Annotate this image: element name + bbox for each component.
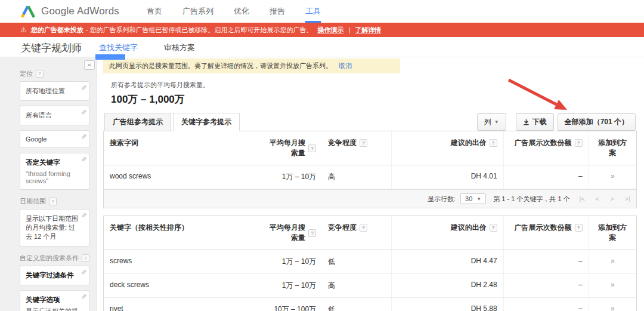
help-icon[interactable]: ? bbox=[36, 70, 44, 78]
col-competition[interactable]: 竞争程度 bbox=[328, 138, 357, 148]
add-to-plan-button[interactable]: » bbox=[589, 298, 636, 311]
edit-icon[interactable]: ✎ bbox=[81, 133, 86, 141]
menu-tools[interactable]: 工具 bbox=[305, 0, 321, 23]
help-icon[interactable]: ? bbox=[82, 254, 89, 262]
table-row: rivet 10万 – 100万 低 DH 5.88 – » bbox=[104, 298, 636, 311]
daterange-card[interactable]: 显示以下日期范围的月均搜索量: 过去 12 个月 ✎ bbox=[20, 209, 89, 247]
location-card[interactable]: 所有地理位置 ✎ bbox=[20, 81, 89, 101]
col-impr-share[interactable]: 广告展示次数份额 bbox=[515, 223, 572, 233]
help-icon[interactable]: ? bbox=[490, 139, 497, 147]
help-icon[interactable]: ? bbox=[308, 144, 316, 152]
negative-keywords-card[interactable]: 否定关键字 "thread forming screws" ✎ bbox=[20, 153, 89, 190]
edit-icon[interactable]: ✎ bbox=[81, 109, 86, 116]
col-impr-share[interactable]: 广告展示次数份额 bbox=[515, 138, 572, 148]
edit-icon[interactable]: ✎ bbox=[81, 269, 86, 276]
search-volume-notice: 此网页显示的是搜索量范围。要了解更详细的情况，请设置并投放广告系列。 取消 bbox=[103, 58, 400, 73]
help-icon[interactable]: ? bbox=[575, 224, 583, 232]
competition-cell: 低 bbox=[322, 298, 391, 311]
negative-keywords-title: 否定关键字 bbox=[26, 158, 79, 167]
help-icon[interactable]: ? bbox=[490, 224, 497, 232]
col-competition[interactable]: 竞争程度 bbox=[328, 223, 357, 233]
download-icon bbox=[523, 119, 530, 125]
menu-optimize[interactable]: 优化 bbox=[234, 0, 249, 23]
share-cell: – bbox=[503, 250, 589, 273]
summary-range-value: 100万 – 1,000万 bbox=[111, 93, 637, 106]
searches-cell: 1万 – 10万 bbox=[264, 165, 322, 189]
bid-cell: DH 4.01 bbox=[391, 165, 503, 189]
help-icon[interactable]: ? bbox=[49, 198, 57, 205]
tab-review-plan[interactable]: 审核方案 bbox=[164, 42, 195, 53]
adwords-logo-icon bbox=[20, 4, 36, 19]
alert-bar: ⚠ 您的广告都未投放 - 您的广告系列和广告组已暂停或已被移除。启用之后即可开始… bbox=[0, 23, 644, 37]
share-cell: – bbox=[503, 298, 589, 311]
add-all-button[interactable]: 全部添加（701 个） bbox=[558, 113, 636, 131]
notice-dismiss-link[interactable]: 取消 bbox=[339, 62, 352, 69]
results-tabs: 广告组参考提示 关键字参考提示 bbox=[104, 113, 242, 131]
table-header: 搜索字词 平均每月搜索量? 竞争程度? 建议的出价? 广告展示次数份额? 添加到… bbox=[104, 131, 636, 165]
chevron-down-icon: ▼ bbox=[494, 119, 499, 125]
tab-keyword-ideas[interactable]: 关键字参考提示 bbox=[173, 113, 240, 131]
edit-icon[interactable]: ✎ bbox=[81, 156, 86, 164]
table-row: screws 1万 – 10万 低 DH 4.47 – » bbox=[104, 250, 636, 274]
bid-cell: DH 2.48 bbox=[391, 274, 503, 297]
targeting-heading: 定位 ? bbox=[20, 69, 97, 78]
language-value: 所有语言 bbox=[26, 112, 52, 119]
keyword-ideas-table: 关键字（按相关性排序） 平均每月搜索量? 竞争程度? 建议的出价? 广告展示次数… bbox=[103, 215, 637, 311]
tab-find-keywords[interactable]: 查找关键字 bbox=[99, 42, 138, 53]
bid-cell: DH 4.47 bbox=[391, 250, 503, 273]
rows-per-page-value: 30 bbox=[465, 195, 472, 202]
menu-reports[interactable]: 报告 bbox=[270, 0, 285, 23]
col-search-term[interactable]: 搜索字词 bbox=[104, 131, 264, 165]
menu-home[interactable]: 首页 bbox=[147, 0, 162, 23]
menu-campaigns[interactable]: 广告系列 bbox=[182, 0, 213, 23]
next-page-button[interactable]: > bbox=[610, 195, 614, 202]
columns-button[interactable]: 列 ▼ bbox=[477, 113, 506, 131]
targeting-heading-label: 定位 bbox=[20, 69, 33, 78]
pagination-range-text: 第 1 - 1 个关键字，共 1 个 bbox=[493, 195, 569, 204]
col-avg-monthly[interactable]: 平均每月搜索量 bbox=[270, 138, 305, 158]
first-page-button[interactable]: |< bbox=[580, 195, 585, 202]
keyword-filters-card[interactable]: 关键字过滤条件 ✎ bbox=[20, 266, 89, 285]
keyword-options-card[interactable]: 关键字选项 显示广泛相关的提示 隐藏我帐号中的关键字 隐藏我方案中的关键字 ✎ bbox=[20, 290, 89, 311]
edit-icon[interactable]: ✎ bbox=[81, 293, 86, 301]
planner-tabs: 查找关键字 审核方案 bbox=[99, 42, 195, 53]
tab-adgroup-ideas[interactable]: 广告组参考提示 bbox=[104, 113, 171, 131]
col-avg-monthly[interactable]: 平均每月搜索量 bbox=[270, 223, 305, 243]
add-to-plan-button[interactable]: » bbox=[589, 165, 636, 189]
rows-per-page-select[interactable]: 30 ▼ bbox=[460, 193, 486, 204]
col-suggested-bid[interactable]: 建议的出价 bbox=[451, 223, 487, 233]
help-icon[interactable]: ? bbox=[360, 139, 367, 147]
table-row: deck screws 1万 – 10万 高 DH 2.48 – » bbox=[104, 274, 636, 298]
searches-cell: 10万 – 100万 bbox=[264, 298, 322, 311]
learn-more-link[interactable]: 了解详情 bbox=[355, 26, 381, 35]
network-card[interactable]: Google ✎ bbox=[20, 130, 89, 148]
adwords-logo[interactable]: Google AdWords bbox=[20, 4, 119, 19]
warning-icon: ⚠ bbox=[20, 26, 27, 34]
collapse-sidebar-button[interactable]: « bbox=[84, 60, 95, 70]
col-keyword-by-relevance[interactable]: 关键字（按相关性排序） bbox=[104, 216, 264, 250]
language-card[interactable]: 所有语言 ✎ bbox=[20, 106, 89, 125]
edit-icon[interactable]: ✎ bbox=[81, 212, 86, 220]
keyword-cell: deck screws bbox=[104, 274, 264, 297]
keyword-cell: rivet bbox=[104, 298, 264, 311]
demo-link[interactable]: 操作演示 bbox=[318, 26, 344, 35]
competition-cell: 高 bbox=[322, 274, 391, 297]
help-icon[interactable]: ? bbox=[575, 139, 583, 147]
add-to-plan-button[interactable]: » bbox=[589, 274, 636, 297]
network-value: Google bbox=[26, 136, 47, 143]
searches-cell: 1万 – 10万 bbox=[264, 274, 322, 297]
download-button[interactable]: 下载 bbox=[516, 113, 554, 131]
search-volume-summary: 所有参考提示的平均每月搜索量。 100万 – 1,000万 bbox=[111, 81, 637, 106]
download-button-label: 下载 bbox=[532, 117, 547, 127]
add-to-plan-button[interactable]: » bbox=[589, 250, 636, 273]
col-suggested-bid[interactable]: 建议的出价 bbox=[451, 138, 487, 148]
edit-icon[interactable]: ✎ bbox=[81, 84, 86, 92]
share-cell: – bbox=[503, 165, 589, 189]
help-icon[interactable]: ? bbox=[360, 224, 367, 232]
help-icon[interactable]: ? bbox=[308, 229, 316, 237]
prev-page-button[interactable]: < bbox=[596, 195, 599, 202]
last-page-button[interactable]: >| bbox=[625, 195, 630, 202]
alert-message: - 您的广告系列和广告组已暂停或已被移除。启用之后即可开始展示您的广告。 bbox=[86, 26, 313, 35]
keyword-cell: wood screws bbox=[104, 165, 264, 189]
top-navigation: Google AdWords 首页 广告系列 优化 报告 工具 bbox=[0, 0, 644, 23]
